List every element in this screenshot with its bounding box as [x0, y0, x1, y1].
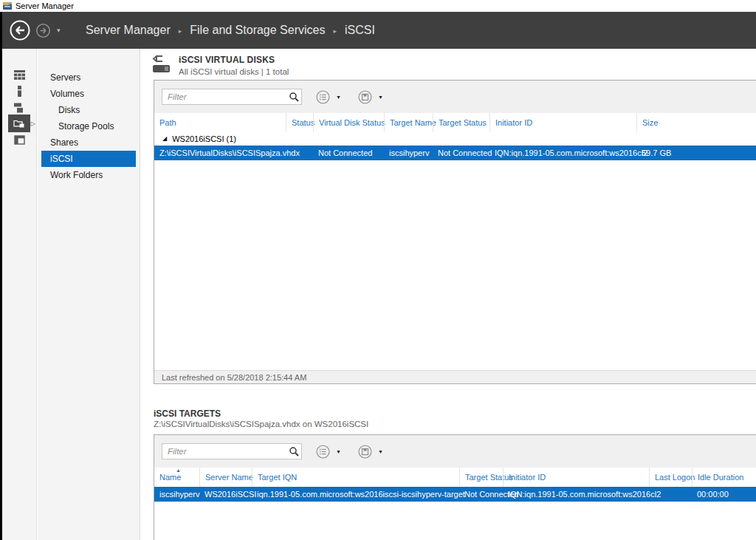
- targets-subtitle: Z:\iSCSIVirtualDisks\iSCSISpajza.vhdx on…: [154, 420, 368, 428]
- cell-initiator-id: IQN:iqn.1991-05.com.microsoft:ws2016cl2: [489, 146, 636, 160]
- nav-rail-item-dashboard[interactable]: [2, 66, 36, 83]
- virtual-disks-empty-area: [154, 160, 756, 370]
- search-icon[interactable]: [289, 92, 299, 102]
- save-query-button[interactable]: ▼: [358, 445, 383, 459]
- rail-selected-pointer-icon: ▷: [31, 120, 35, 127]
- view-options-button[interactable]: ▼: [316, 90, 341, 104]
- dashboard-icon: [8, 66, 30, 83]
- cell-name: iscsihyperv: [154, 487, 199, 502]
- virtual-disks-panel: ▼ ▼ Path Status Virtual Disk Status Targ…: [154, 80, 756, 384]
- column-header-last-logon[interactable]: Last Logon: [649, 468, 692, 487]
- breadcrumb-iscsi[interactable]: iSCSI: [345, 24, 375, 37]
- breadcrumb-separator-icon: ▸: [333, 26, 337, 35]
- virtual-disk-row[interactable]: Z:\iSCSIVirtualDisks\iSCSISpajza.vhdx No…: [154, 146, 756, 160]
- last-refreshed-bar: Last refreshed on 5/28/2018 2:15:44 AM: [154, 370, 756, 383]
- cell-status: [286, 146, 313, 160]
- cell-target-status: Not Connected: [433, 146, 489, 160]
- virtual-disks-toolbar: ▼ ▼: [154, 81, 756, 113]
- chevron-down-icon: ▼: [336, 95, 341, 100]
- server-manager-app-icon: [3, 1, 12, 10]
- file-and-storage-services-icon: [8, 115, 30, 132]
- navigation-bar: ▾ Server Manager ▸ File and Storage Serv…: [0, 12, 756, 49]
- sort-ascending-icon: ▲: [176, 468, 181, 474]
- targets-empty-area: [154, 502, 756, 540]
- cell-idle-duration: 00:00:00: [692, 487, 756, 502]
- save-query-button[interactable]: ▼: [358, 90, 383, 104]
- column-header-name[interactable]: ▲ Name: [154, 468, 199, 487]
- virtual-disks-title: iSCSI VIRTUAL DISKS: [179, 55, 289, 65]
- nav-rail-item-all-servers[interactable]: [2, 99, 36, 115]
- virtual-disks-filter-input[interactable]: [162, 89, 302, 105]
- sidebar-item-storage-pools[interactable]: Storage Pools: [38, 118, 140, 134]
- all-servers-icon: [8, 98, 30, 116]
- view-options-button[interactable]: ▼: [316, 445, 341, 459]
- back-button[interactable]: [9, 19, 31, 41]
- chevron-down-icon: ▼: [378, 449, 383, 454]
- virtual-disks-table-header: Path Status Virtual Disk Status Target N…: [154, 113, 756, 131]
- cell-size: 59.7 GB: [636, 146, 756, 160]
- nav-icon-rail: ▷: [2, 49, 37, 540]
- column-header-path[interactable]: Path: [154, 113, 286, 131]
- nav-rail-item-local-server[interactable]: [2, 83, 36, 99]
- sidebar-item-servers[interactable]: Servers: [38, 69, 140, 86]
- title-bar: Server Manager: [0, 0, 756, 12]
- breadcrumb-separator-icon: ▸: [179, 26, 182, 35]
- sidebar-item-disks[interactable]: Disks: [38, 102, 140, 118]
- collapse-group-icon[interactable]: ◢: [162, 135, 167, 142]
- column-header-initiator-id[interactable]: Initiator ID: [503, 468, 649, 487]
- chevron-down-icon: ▼: [378, 95, 383, 100]
- window-title: Server Manager: [16, 1, 74, 10]
- column-header-target-status[interactable]: Target Status: [459, 468, 503, 487]
- breadcrumb-file-storage-services[interactable]: File and Storage Services: [190, 24, 325, 37]
- sidebar-menu: Servers Volumes Disks Storage Pools Shar…: [38, 49, 140, 540]
- column-header-size[interactable]: Size: [636, 113, 756, 131]
- cell-last-logon: [649, 487, 692, 502]
- cell-initiator-id: IQN:iqn.1991-05.com.microsoft:ws2016cl2: [503, 487, 649, 502]
- nav-rail-item-file-and-storage-services[interactable]: ▷: [2, 115, 36, 131]
- targets-toolbar: ▼ ▼: [154, 435, 756, 468]
- main-content: iSCSI VIRTUAL DISKS All iSCSI virtual di…: [141, 49, 756, 540]
- targets-title: iSCSI TARGETS: [154, 409, 221, 419]
- targets-table-header: ▲ Name Server Name Target IQN Target Sta…: [154, 468, 756, 487]
- column-header-target-status[interactable]: Target Status: [433, 113, 489, 131]
- chevron-down-icon: ▼: [336, 449, 341, 454]
- cell-target-status: Not Connected: [459, 487, 503, 502]
- column-header-virtual-disk-status[interactable]: Virtual Disk Status: [313, 113, 384, 131]
- sidebar-item-shares[interactable]: Shares: [38, 134, 140, 151]
- breadcrumb-server-manager[interactable]: Server Manager: [86, 24, 171, 37]
- nav-rail-item-roles[interactable]: [2, 131, 36, 148]
- column-header-server-name[interactable]: Server Name: [199, 468, 252, 487]
- window-left-edge: [0, 12, 2, 540]
- cell-virtual-disk-status: Not Connected: [313, 146, 384, 160]
- history-dropdown-caret-icon[interactable]: ▾: [57, 27, 61, 34]
- search-icon[interactable]: [289, 446, 299, 457]
- virtual-disks-subtitle: All iSCSI virtual disks | 1 total: [179, 67, 289, 76]
- group-label: WS2016iSCSI (1): [172, 134, 236, 143]
- column-header-target-name[interactable]: Target Name: [384, 113, 433, 131]
- cell-target-iqn: iqn.1991-05.com.microsoft:ws2016iscsi-is…: [252, 487, 459, 502]
- targets-filter-input[interactable]: [162, 443, 302, 459]
- iscsi-virtual-disk-icon: [152, 55, 171, 76]
- cell-server-name: WS2016iSCSI: [199, 487, 252, 502]
- forward-button[interactable]: [35, 23, 51, 38]
- last-refreshed-text: Last refreshed on 5/28/2018 2:15:44 AM: [162, 373, 306, 382]
- sidebar-item-work-folders[interactable]: Work Folders: [38, 167, 140, 183]
- column-header-status[interactable]: Status: [286, 113, 313, 131]
- server-group-row[interactable]: ◢ WS2016iSCSI (1): [154, 131, 756, 146]
- local-server-icon: [8, 82, 30, 100]
- breadcrumb: Server Manager ▸ File and Storage Servic…: [86, 12, 375, 49]
- sidebar-item-iscsi[interactable]: iSCSI: [41, 151, 136, 167]
- sidebar-item-volumes[interactable]: Volumes: [38, 86, 140, 102]
- target-row[interactable]: iscsihyperv WS2016iSCSI iqn.1991-05.com.…: [154, 487, 756, 502]
- column-header-initiator-id[interactable]: Initiator ID: [489, 113, 636, 131]
- cell-path: Z:\iSCSIVirtualDisks\iSCSISpajza.vhdx: [154, 146, 286, 160]
- column-header-idle-duration[interactable]: Idle Duration: [692, 468, 756, 487]
- roles-icon: [8, 131, 30, 148]
- cell-target-name: iscsihyperv: [384, 146, 433, 160]
- column-header-target-iqn[interactable]: Target IQN: [252, 468, 459, 487]
- targets-panel: ▼ ▼ ▲ Name Server Name Target IQN Target…: [154, 434, 756, 540]
